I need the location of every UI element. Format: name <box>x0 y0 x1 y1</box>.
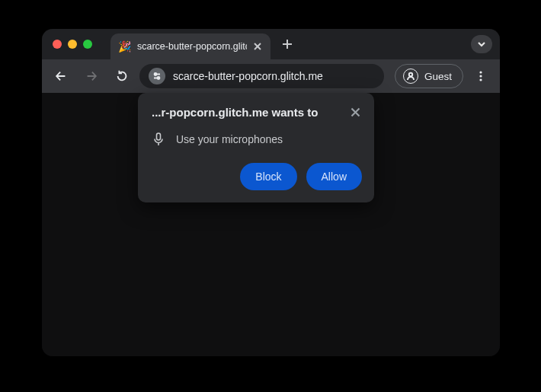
profile-label: Guest <box>424 71 452 82</box>
new-tab-button[interactable] <box>277 33 298 55</box>
svg-point-11 <box>479 71 482 73</box>
profile-button[interactable]: Guest <box>395 64 463 88</box>
tab-strip: 🎉 scarce-butter-popcorn.glitch <box>42 29 500 59</box>
address-bar-text: scarce-butter-popcorn.glitch.me <box>173 70 323 82</box>
permission-dialog-title: ...r-popcorn.glitch.me wants to <box>152 105 318 120</box>
forward-button[interactable] <box>78 63 104 89</box>
close-window-button[interactable] <box>53 40 62 49</box>
browser-toolbar: scarce-butter-popcorn.glitch.me Guest <box>42 59 500 93</box>
window-controls <box>53 40 92 49</box>
maximize-window-button[interactable] <box>83 40 92 49</box>
site-settings-icon[interactable] <box>149 68 165 84</box>
browser-tab[interactable]: 🎉 scarce-butter-popcorn.glitch <box>110 33 270 59</box>
permission-dialog: ...r-popcorn.glitch.me wants to Use your… <box>138 93 374 202</box>
svg-rect-16 <box>157 133 161 140</box>
address-bar[interactable]: scarce-butter-popcorn.glitch.me <box>139 64 384 88</box>
allow-button[interactable]: Allow <box>306 163 362 190</box>
permission-item: Use your microphones <box>152 132 362 146</box>
permission-item-label: Use your microphones <box>176 133 283 145</box>
browser-window: 🎉 scarce-butter-popcorn.glitch <box>42 29 500 356</box>
block-button[interactable]: Block <box>240 163 296 190</box>
permission-dialog-close-button[interactable] <box>347 104 363 120</box>
svg-point-12 <box>479 75 482 77</box>
tab-favicon-icon: 🎉 <box>118 40 131 53</box>
tab-close-button[interactable] <box>253 41 263 52</box>
page-viewport: ...r-popcorn.glitch.me wants to Use your… <box>42 93 500 356</box>
reload-button[interactable] <box>109 63 135 89</box>
svg-point-13 <box>479 78 482 81</box>
svg-point-10 <box>409 73 412 76</box>
guest-avatar-icon <box>403 69 418 84</box>
back-button[interactable] <box>48 63 74 89</box>
microphone-icon <box>152 132 165 146</box>
tab-title: scarce-butter-popcorn.glitch <box>137 41 247 52</box>
minimize-window-button[interactable] <box>68 40 77 49</box>
browser-menu-button[interactable] <box>468 63 494 89</box>
tab-search-button[interactable] <box>471 35 492 53</box>
